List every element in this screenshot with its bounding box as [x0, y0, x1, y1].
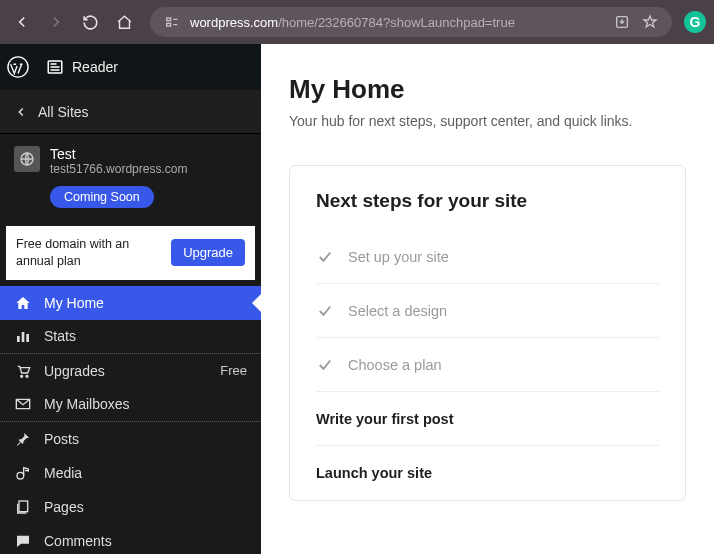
nav-meta: Free [220, 363, 247, 378]
nav-label: My Mailboxes [44, 396, 247, 412]
check-icon [316, 248, 334, 266]
mail-icon [14, 395, 32, 413]
address-bar[interactable]: wordpress.com/home/232660784?showLaunchp… [150, 7, 672, 37]
site-settings-icon[interactable] [162, 12, 182, 32]
pages-icon [14, 498, 32, 516]
upsell-banner: Free domain with an annual plan Upgrade [6, 226, 255, 280]
nav-pages[interactable]: Pages [0, 490, 261, 524]
svg-point-9 [21, 375, 23, 377]
nav-label: Comments [44, 533, 247, 549]
svg-rect-12 [19, 501, 28, 512]
svg-point-11 [17, 472, 24, 479]
card-title: Next steps for your site [316, 190, 659, 212]
svg-rect-6 [17, 336, 20, 342]
browser-toolbar: wordpress.com/home/232660784?showLaunchp… [0, 0, 714, 44]
nav-media[interactable]: Media [0, 456, 261, 490]
step-label: Choose a plan [348, 357, 442, 373]
grammarly-extension-icon[interactable]: G [684, 11, 706, 33]
nav-label: My Home [44, 295, 247, 311]
step-setup[interactable]: Set up your site [316, 230, 659, 284]
reader-link[interactable]: Reader [36, 58, 128, 76]
sidebar: Reader All Sites Test test51766.wordpres… [0, 44, 261, 554]
home-icon [14, 294, 32, 312]
step-design[interactable]: Select a design [316, 284, 659, 338]
step-label: Select a design [348, 303, 447, 319]
url-text: wordpress.com/home/232660784?showLaunchp… [190, 15, 604, 30]
bookmark-icon[interactable] [640, 12, 660, 32]
top-rail: Reader [0, 44, 261, 90]
nav-posts[interactable]: Posts [0, 422, 261, 456]
step-label: Write your first post [316, 411, 454, 427]
nav-upgrades[interactable]: Upgrades Free [0, 354, 261, 388]
svg-rect-7 [22, 332, 25, 342]
site-name: Test [50, 146, 187, 162]
page-title: My Home [289, 74, 686, 105]
check-icon [316, 302, 334, 320]
step-plan[interactable]: Choose a plan [316, 338, 659, 392]
nav-label: Media [44, 465, 247, 481]
svg-rect-0 [167, 18, 171, 21]
nav-mailboxes[interactable]: My Mailboxes [0, 388, 261, 422]
svg-rect-8 [26, 334, 29, 342]
install-app-icon[interactable] [612, 12, 632, 32]
all-sites-link[interactable]: All Sites [0, 90, 261, 134]
next-steps-card: Next steps for your site Set up your sit… [289, 165, 686, 501]
step-label: Launch your site [316, 465, 432, 481]
wordpress-logo[interactable] [0, 56, 36, 78]
nav-label: Stats [44, 328, 247, 344]
reader-label: Reader [72, 59, 118, 75]
site-avatar [14, 146, 40, 172]
site-url: test51766.wordpress.com [50, 162, 187, 176]
nav-comments[interactable]: Comments [0, 524, 261, 554]
svg-point-3 [8, 57, 28, 77]
check-icon [316, 356, 334, 374]
nav-label: Posts [44, 431, 247, 447]
nav-stats[interactable]: Stats [0, 320, 261, 354]
upsell-text: Free domain with an annual plan [16, 236, 163, 270]
forward-button[interactable] [42, 8, 70, 36]
site-block: Test test51766.wordpress.com Coming Soon [0, 134, 261, 220]
nav-label: Pages [44, 499, 247, 515]
svg-point-10 [26, 375, 28, 377]
pin-icon [14, 430, 32, 448]
reload-button[interactable] [76, 8, 104, 36]
back-button[interactable] [8, 8, 36, 36]
cart-icon [14, 362, 32, 380]
nav-label: Upgrades [44, 363, 208, 379]
stats-icon [14, 327, 32, 345]
media-icon [14, 464, 32, 482]
all-sites-label: All Sites [38, 104, 89, 120]
step-label: Set up your site [348, 249, 449, 265]
step-first-post[interactable]: Write your first post [316, 392, 659, 446]
page-subtitle: Your hub for next steps, support center,… [289, 113, 686, 129]
status-badge: Coming Soon [50, 186, 154, 208]
home-button[interactable] [110, 8, 138, 36]
step-launch[interactable]: Launch your site [316, 446, 659, 500]
upgrade-button[interactable]: Upgrade [171, 239, 245, 266]
comments-icon [14, 532, 32, 550]
nav: My Home Stats Upgrades Free My Mailboxes… [0, 286, 261, 554]
svg-rect-1 [167, 23, 171, 26]
nav-home[interactable]: My Home [0, 286, 261, 320]
main-content: My Home Your hub for next steps, support… [261, 44, 714, 554]
